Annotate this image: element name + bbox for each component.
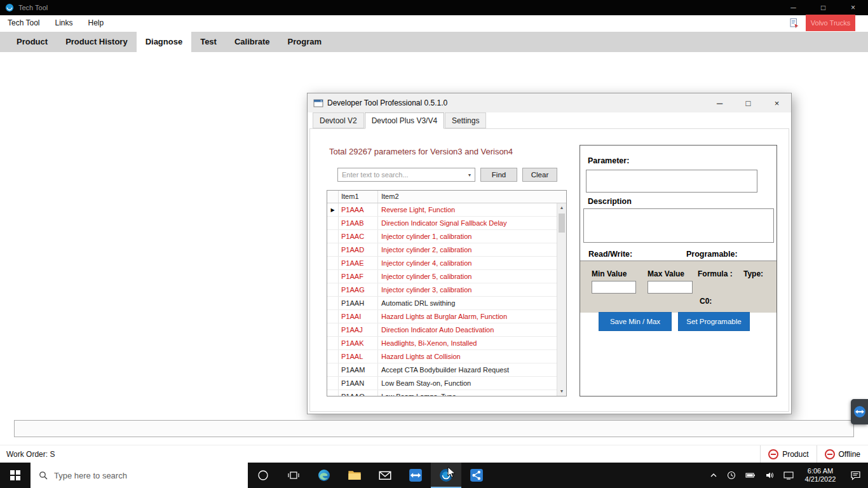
table-row[interactable]: P1AAMAccept CTA Bodybuilder Hazard Reque… <box>327 363 557 377</box>
close-button[interactable]: × <box>838 0 868 15</box>
table-row[interactable]: P1AAGInjector cylinder 3, calibration <box>327 283 557 297</box>
row-item1: P1AAD <box>339 243 378 256</box>
row-select-marker <box>327 257 339 269</box>
dialog-minimize-button[interactable]: ─ <box>705 93 734 112</box>
combo-dropdown-icon[interactable]: ▼ <box>465 173 475 177</box>
tab-program[interactable]: Program <box>279 32 330 52</box>
status-product[interactable]: Product <box>760 445 816 463</box>
clock-date: 4/21/2022 <box>798 475 843 484</box>
programable-label: Programable: <box>686 250 738 259</box>
mail-button[interactable] <box>370 463 400 488</box>
start-button[interactable] <box>0 463 31 488</box>
tab-settings[interactable]: Settings <box>445 112 486 128</box>
table-row[interactable]: P1AAOLow Beam Lamps, Type <box>327 390 557 396</box>
menu-help[interactable]: Help <box>81 15 112 31</box>
table-row[interactable]: P1AAHAutomatic DRL swithing <box>327 297 557 310</box>
max-value-input[interactable] <box>648 281 693 294</box>
scrollbar-thumb[interactable] <box>559 214 565 233</box>
volvo-trucks-button[interactable]: Volvo Trucks <box>806 15 855 31</box>
parameters-total-heading: Total 29267 parameters for Version3 and … <box>329 147 513 156</box>
column-header-item1[interactable]: Item1 <box>339 191 378 203</box>
nav-tabbar: Product Product History Diagnose Test Ca… <box>0 32 868 52</box>
report-icon[interactable] <box>789 18 799 29</box>
menu-tech-tool[interactable]: Tech Tool <box>0 15 47 31</box>
tray-expand-icon[interactable] <box>705 471 722 480</box>
clock-time: 6:06 AM <box>798 467 843 475</box>
window-title: Tech Tool <box>18 4 48 11</box>
taskbar-clock[interactable]: 6:06 AM 4/21/2022 <box>798 467 843 484</box>
tab-product-history[interactable]: Product History <box>57 32 137 52</box>
parameter-detail-panel: Parameter: Description Read/Write: Progr… <box>580 145 777 396</box>
offline-status-icon <box>825 449 835 459</box>
minimize-button[interactable]: ─ <box>778 0 808 15</box>
min-value-input[interactable] <box>592 281 636 294</box>
table-row[interactable]: P1AACInjector cylinder 1, calibration <box>327 230 557 243</box>
taskbar-search-input[interactable] <box>54 471 248 480</box>
work-order-label: Work Order: S <box>6 450 55 459</box>
tab-calibrate[interactable]: Calibrate <box>226 32 279 52</box>
status-offline[interactable]: Offline <box>817 445 868 463</box>
teamviewer-dock[interactable] <box>851 399 868 424</box>
scroll-down-icon[interactable]: ▼ <box>557 387 566 396</box>
battery-icon[interactable] <box>741 471 760 479</box>
row-item2: Hazard Lights at Collision <box>378 350 557 363</box>
tech-tool-taskbar-button[interactable] <box>431 463 461 488</box>
parameters-table: Item1 Item2 ▶P1AAAReverse Light, Functio… <box>327 190 567 396</box>
row-item1: P1AAJ <box>339 323 378 336</box>
row-item2: Injector cylinder 5, calibration <box>378 270 557 283</box>
row-item1: P1AAG <box>339 283 378 296</box>
header-gutter <box>327 191 339 203</box>
tab-devtool-v2[interactable]: Devtool V2 <box>313 112 364 128</box>
file-explorer-button[interactable] <box>339 463 370 488</box>
taskbar-search-box[interactable] <box>31 463 248 488</box>
table-row[interactable]: P1AANLow Beam Stay-on, Function <box>327 377 557 390</box>
action-center-button[interactable] <box>843 470 868 481</box>
column-header-item2[interactable]: Item2 <box>378 191 566 203</box>
menu-links[interactable]: Links <box>47 15 80 31</box>
teamviewer-button[interactable] <box>400 463 431 488</box>
description-textarea[interactable] <box>583 208 774 243</box>
row-item2: Injector cylinder 3, calibration <box>378 283 557 296</box>
row-item2: Headlights, Bi-Xenon, Installed <box>378 337 557 349</box>
row-item1: P1AAL <box>339 350 378 363</box>
teamviewer-dock-icon <box>853 405 866 418</box>
save-min-max-button[interactable]: Save Min / Max <box>599 312 672 331</box>
row-item1: P1AAO <box>339 390 378 396</box>
maximize-button[interactable]: □ <box>808 0 838 15</box>
table-row[interactable]: P1AAIHazard Lights at Burglar Alarm, Fun… <box>327 310 557 323</box>
scroll-up-icon[interactable]: ▲ <box>557 203 566 212</box>
desktop: Tech Tool ─ □ × Tech Tool Links Help Vol… <box>0 0 868 488</box>
table-row[interactable]: P1AABDirection Indicator Signal Fallback… <box>327 217 557 230</box>
share-app-button[interactable] <box>461 463 492 488</box>
dialog-maximize-button[interactable]: □ <box>734 93 763 112</box>
search-combobox: ▼ <box>337 168 475 182</box>
dialog-close-button[interactable]: × <box>763 93 791 112</box>
task-view-button[interactable] <box>278 463 309 488</box>
table-row[interactable]: ▶P1AAAReverse Light, Function <box>327 203 557 217</box>
clear-button[interactable]: Clear <box>522 168 557 182</box>
set-programable-button[interactable]: Set Programable <box>678 312 750 331</box>
table-row[interactable]: P1AAKHeadlights, Bi-Xenon, Installed <box>327 337 557 350</box>
table-row[interactable]: P1AADInjector cylinder 2, calibration <box>327 243 557 257</box>
tab-diagnose[interactable]: Diagnose <box>137 32 192 52</box>
search-input[interactable] <box>338 171 465 179</box>
tab-test[interactable]: Test <box>191 32 226 52</box>
edge-button[interactable] <box>309 463 339 488</box>
row-item1: P1AAN <box>339 377 378 390</box>
dialog-titlebar[interactable]: Developer Tool Professional 0.5.1.0 ─ □ … <box>308 93 791 112</box>
tray-clock-icon[interactable] <box>722 471 741 480</box>
c0-label: C0: <box>700 297 712 306</box>
tab-devtool-plus-v3v4[interactable]: Devtool Plus V3/V4 <box>365 112 444 129</box>
tab-product[interactable]: Product <box>8 32 57 52</box>
network-icon[interactable] <box>779 471 798 480</box>
volume-icon[interactable] <box>760 471 779 480</box>
table-scrollbar[interactable]: ▲ ▼ <box>557 203 566 396</box>
table-row[interactable]: P1AAEInjector cylinder 4, calibration <box>327 257 557 270</box>
table-row[interactable]: P1AAJDirection Indicator Auto Deactivati… <box>327 323 557 337</box>
table-row[interactable]: P1AALHazard Lights at Collision <box>327 350 557 363</box>
table-row[interactable]: P1AAFInjector cylinder 5, calibration <box>327 270 557 283</box>
parameter-input[interactable] <box>586 170 757 193</box>
row-item2: Injector cylinder 1, calibration <box>378 230 557 243</box>
find-button[interactable]: Find <box>480 168 517 182</box>
cortana-button[interactable] <box>248 463 278 488</box>
